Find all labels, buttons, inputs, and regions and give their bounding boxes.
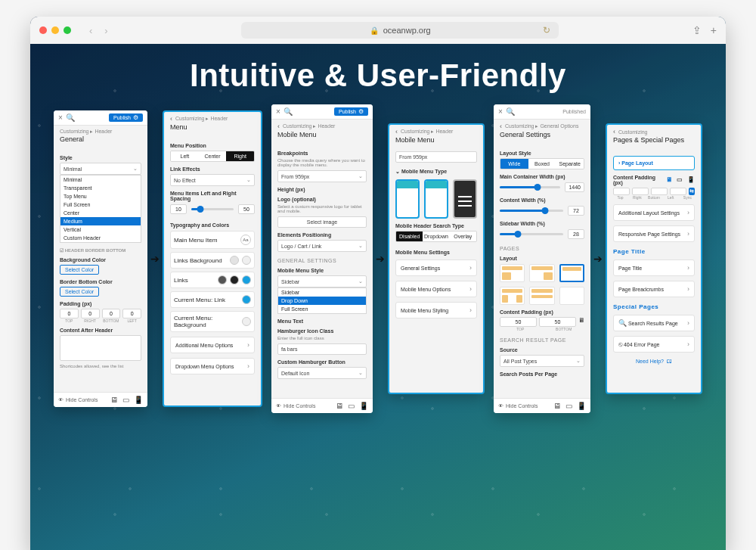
gear-icon[interactable]: ⚙ [133, 114, 138, 121]
device-desktop-icon[interactable]: 🖥 [110, 396, 118, 404]
style-option[interactable]: Custom Header [60, 234, 141, 242]
style-option[interactable]: Center [60, 209, 141, 217]
style-option[interactable]: Top Menu [60, 192, 141, 200]
select-color-button[interactable]: Select Color [60, 287, 99, 297]
color-swatch[interactable] [242, 256, 251, 265]
hide-controls[interactable]: Hide Controls [506, 403, 538, 409]
select-image-button[interactable]: Select image [277, 216, 367, 228]
settings-row[interactable]: Additional Layout Settings› [613, 204, 695, 221]
mobile-style-options[interactable]: SidebarDrop DownFull Screen [277, 287, 367, 314]
content-width-slider[interactable] [500, 210, 563, 212]
search-icon[interactable]: 🔍 [66, 113, 75, 122]
menu-position-toggle[interactable]: LeftCenterRight [170, 151, 255, 162]
share-icon[interactable]: ⇪ [692, 24, 702, 36]
additional-menu-options[interactable]: Additional Menu Options› [170, 337, 255, 353]
custom-hamburger-select[interactable]: Default Icon⌄ [277, 367, 367, 379]
padding-label: Padding (px) [60, 301, 141, 306]
device-tablet-icon[interactable]: ▭ [677, 176, 683, 183]
layout-style-label: Layout Style [500, 151, 584, 156]
back-button[interactable]: ‹ [170, 115, 172, 123]
settings-row[interactable]: Page Breadcrumbs› [613, 281, 695, 297]
back-button[interactable]: ‹ [613, 128, 615, 135]
style-select[interactable]: Minimal⌄ [60, 163, 141, 175]
source-select[interactable]: All Post Types⌄ [500, 355, 584, 367]
publish-button[interactable]: Publish ⚙ [109, 113, 143, 122]
mobile-style-select[interactable]: Sidebar⌄ [277, 275, 367, 287]
settings-row[interactable]: 🔍 Search Results Page› [613, 315, 695, 331]
style-option[interactable]: Transparent [60, 184, 141, 192]
back-button[interactable]: ‹ [277, 123, 280, 130]
current-bg-row[interactable]: Current Menu: Background [174, 315, 242, 328]
from-select[interactable]: From 959px [395, 151, 477, 163]
layout-style-toggle[interactable]: WideBoxedSeparate [500, 158, 584, 169]
maximize-window[interactable] [64, 26, 71, 34]
color-swatch[interactable] [218, 275, 227, 284]
style-option[interactable]: Vertical [60, 225, 141, 234]
style-option[interactable]: Medium [60, 217, 141, 225]
new-tab-icon[interactable]: + [711, 24, 717, 36]
settings-row[interactable]: Responsive Page Settings› [613, 225, 695, 242]
font-icon[interactable]: Aa [240, 235, 251, 245]
eye-icon[interactable]: 👁 [58, 397, 64, 402]
dropdown-menu-options[interactable]: Dropdown Menu Options› [170, 358, 255, 374]
mobile-search-toggle[interactable]: DisabledDropdownOverlay [395, 231, 477, 242]
settings-row[interactable]: Page Title› [613, 259, 695, 276]
link-effects-select[interactable]: No Effect⌄ [170, 174, 255, 186]
device-desktop-icon[interactable]: 🖥 [666, 176, 672, 183]
style-options-list[interactable]: MinimalTransparentTop MenuFull ScreenCen… [60, 175, 141, 243]
logo-hint: Select a custom responsive logo for tabl… [277, 204, 367, 213]
hamburger-class-input[interactable]: fa bars [277, 343, 367, 355]
breakpoints-select[interactable]: From 959px⌄ [277, 170, 367, 182]
device-mobile-icon[interactable]: 📱 [687, 176, 695, 183]
select-color-button[interactable]: Select Color [60, 265, 99, 275]
content-width-value[interactable]: 72 [568, 206, 584, 216]
mobile-menu-row[interactable]: Mobile Menu Styling› [395, 302, 477, 319]
close-icon[interactable]: × [58, 113, 63, 122]
mobile-menu-row[interactable]: General Settings› [395, 259, 477, 276]
main-menu-item-row[interactable]: Main Menu Item [174, 237, 217, 244]
close-window[interactable] [39, 26, 47, 34]
publish-button[interactable]: Publish⚙ [334, 107, 368, 116]
back-button[interactable]: ‹ [500, 123, 502, 130]
sidebar-width-slider[interactable] [500, 233, 563, 235]
content-padding-inputs: ⇆ [613, 188, 695, 195]
hide-controls[interactable]: Hide Controls [284, 403, 315, 409]
links-row[interactable]: Links [174, 277, 188, 284]
style-option[interactable]: Full Screen [60, 200, 141, 209]
container-width-value[interactable]: 1440 [565, 182, 584, 192]
page-layout-row[interactable]: › Page Layout [613, 156, 695, 170]
links-bg-row[interactable]: Links Background [174, 257, 222, 264]
style-option[interactable]: Minimal [60, 176, 141, 184]
need-help-link[interactable]: Need Help?🕮 [613, 359, 695, 364]
nav-back-button[interactable]: ‹ [89, 25, 92, 36]
sidebar-width-value[interactable]: 28 [568, 229, 584, 239]
device-mobile-icon[interactable]: 📱 [134, 396, 143, 404]
minimize-window[interactable] [51, 26, 59, 34]
search-icon[interactable]: 🔍 [284, 107, 293, 116]
reload-icon[interactable]: ↻ [543, 25, 550, 36]
color-swatch[interactable] [230, 275, 239, 284]
container-width-slider[interactable] [500, 186, 560, 188]
spacing-min[interactable]: 10 [170, 204, 187, 214]
mobile-type-thumbnails[interactable] [395, 179, 477, 219]
color-swatch[interactable] [242, 275, 251, 284]
spacing-max[interactable]: 50 [238, 204, 255, 214]
sync-icon[interactable]: ⇆ [689, 188, 695, 195]
current-link-row[interactable]: Current Menu: Link [174, 297, 225, 303]
close-icon[interactable]: × [498, 107, 503, 116]
close-icon[interactable]: × [276, 107, 280, 116]
nav-forward-button[interactable]: › [104, 25, 107, 36]
device-tablet-icon[interactable]: ▭ [122, 396, 129, 404]
search-icon[interactable]: 🔍 [506, 107, 515, 116]
back-button[interactable]: ‹ [395, 128, 398, 135]
content-after-textarea[interactable] [60, 335, 141, 361]
mobile-menu-row[interactable]: Mobile Menu Options› [395, 281, 477, 297]
address-bar[interactable]: 🔒 oceanwp.org [241, 22, 559, 39]
layout-thumbnails[interactable] [500, 264, 584, 305]
elements-pos-select[interactable]: Logo / Cart / Link⌄ [277, 240, 367, 252]
mobile-settings-heading: Mobile Menu Settings [395, 250, 477, 255]
hide-controls[interactable]: Hide Controls [66, 397, 98, 402]
color-swatch[interactable] [230, 256, 239, 265]
settings-row[interactable]: ⎋ 404 Error Page› [613, 336, 695, 353]
spacing-slider[interactable] [191, 208, 234, 210]
